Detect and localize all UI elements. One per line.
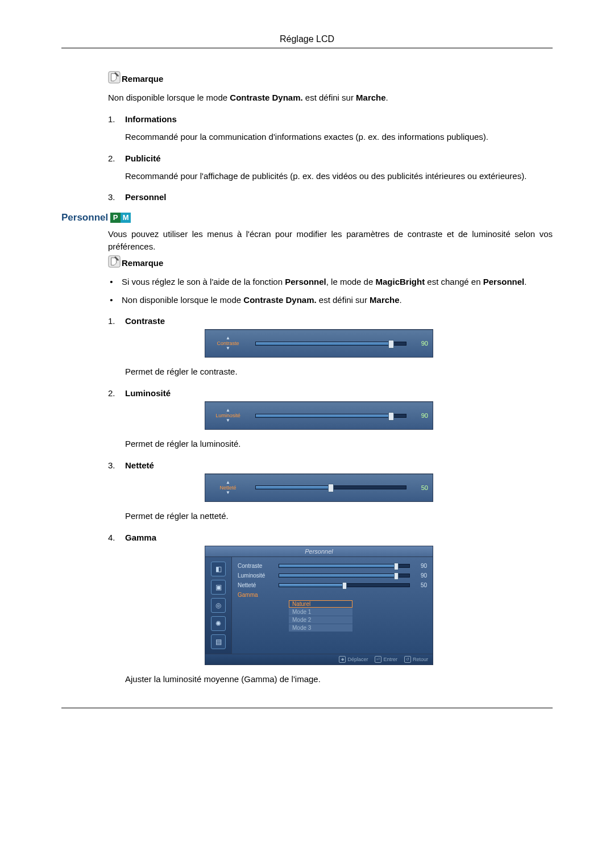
osd-menu-row-label: Gamma xyxy=(238,592,279,598)
arrow-up-icon: ▲ xyxy=(226,336,230,340)
arrow-up-icon: ▲ xyxy=(226,480,230,485)
setting-item: 1.Contraste▲Contraste▼90Permet de régler… xyxy=(108,316,553,378)
page-header-title: Réglage LCD xyxy=(61,34,553,44)
osd-menu-row: Contraste90 xyxy=(238,562,427,570)
mode-list-item: 1.InformationsRecommandé pour la communi… xyxy=(108,114,553,143)
bullet-text: Si vous réglez le son à l'aide de la fon… xyxy=(122,276,526,288)
list-title: Gamma xyxy=(125,533,156,542)
badge-m-icon: M xyxy=(121,213,131,223)
list-desc: Recommandé pour l'affichage de publicité… xyxy=(125,170,553,182)
bullet-marker: • xyxy=(108,276,115,288)
gamma-option[interactable]: Mode 3 xyxy=(289,624,352,632)
osd-slider-track[interactable] xyxy=(255,342,406,346)
osd-category-icon[interactable]: ◧ xyxy=(211,562,226,576)
osd-menu-slider[interactable] xyxy=(279,574,410,578)
gamma-option[interactable]: Naturel xyxy=(289,600,352,608)
osd-menu-slider[interactable] xyxy=(279,583,410,587)
osd-menu-row-label: Luminosité xyxy=(238,572,279,579)
list-number: 1. xyxy=(108,316,118,326)
osd-menu-slider-thumb[interactable] xyxy=(394,572,399,580)
personnel-heading-text: Personnel xyxy=(61,212,108,223)
personnel-settings-list: 1.Contraste▲Contraste▼90Permet de régler… xyxy=(108,316,553,685)
osd-slider-thumb[interactable] xyxy=(388,412,394,421)
osd-menu-row-label: Netteté xyxy=(238,582,279,588)
osd-category-icon[interactable]: ▣ xyxy=(211,580,226,595)
bottom-divider xyxy=(61,708,553,708)
osd-slider-thumb[interactable] xyxy=(388,340,394,348)
mode-list-item: 3.Personnel xyxy=(108,192,553,202)
osd-slider-fill xyxy=(256,342,391,345)
osd-menu-row-label: Contraste xyxy=(238,563,279,569)
osd-menu-row: Luminosité90 xyxy=(238,571,427,580)
list-number: 4. xyxy=(108,533,118,542)
osd-slider-panel: ▲Netteté▼50 xyxy=(205,474,433,502)
osd-slider-fill xyxy=(256,486,331,489)
osd-category-icon[interactable]: ◎ xyxy=(211,598,226,613)
remarque-label: Remarque xyxy=(122,74,163,84)
osd-label-col: ▲Luminosité▼ xyxy=(205,402,251,429)
osd-menu-slider-thumb[interactable] xyxy=(342,582,347,589)
osd-label-col: ▲Netteté▼ xyxy=(205,474,251,501)
osd-slider-panel: ▲Luminosité▼90 xyxy=(205,401,433,430)
osd-slider-value: 50 xyxy=(412,484,428,491)
personnel-heading: Personnel P M xyxy=(61,212,553,223)
mode-list-item: 2.PublicitéRecommandé pour l'affichage d… xyxy=(108,153,553,182)
arrow-down-icon: ▼ xyxy=(226,491,230,495)
list-desc: Permet de régler le contraste. xyxy=(125,366,553,378)
gamma-options: NaturelMode 1Mode 2Mode 3 xyxy=(289,600,427,632)
list-number: 2. xyxy=(108,153,118,163)
osd-category-icon[interactable]: ✺ xyxy=(211,616,226,631)
footer-enter: ⏎Entrer xyxy=(375,656,397,663)
osd-slider-value: 90 xyxy=(412,412,428,419)
list-title: Netteté xyxy=(125,460,154,470)
osd-slider-panel: ▲Contraste▼90 xyxy=(205,329,433,358)
personnel-remarque-heading: Remarque xyxy=(108,255,553,268)
list-number: 2. xyxy=(108,388,118,398)
list-desc: Recommandé pour la communication d'infor… xyxy=(125,131,553,143)
bullet-item: •Si vous réglez le son à l'aide de la fo… xyxy=(108,276,553,288)
osd-menu-row-value: 50 xyxy=(414,582,427,588)
osd-menu-row: Netteté50 xyxy=(238,581,427,589)
bullet-marker: • xyxy=(108,294,115,306)
arrow-down-icon: ▼ xyxy=(226,418,230,423)
osd-menu-slider-fill xyxy=(279,564,396,567)
list-desc: Permet de régler la luminosité. xyxy=(125,438,553,450)
list-title: Contraste xyxy=(125,316,165,326)
list-title: Publicité xyxy=(125,153,161,163)
list-number: 1. xyxy=(108,114,118,124)
osd-menu-slider[interactable] xyxy=(279,564,410,568)
note-icon xyxy=(108,71,121,84)
osd-slider-value: 90 xyxy=(412,340,428,347)
osd-slider-thumb[interactable] xyxy=(328,484,334,492)
osd-slider-fill xyxy=(256,414,391,417)
osd-menu-sidebar: ◧▣◎✺▤ xyxy=(205,557,232,654)
mode-list: 1.InformationsRecommandé pour la communi… xyxy=(108,114,553,202)
osd-menu-content: Contraste90Luminosité90Netteté50GammaNat… xyxy=(232,557,433,654)
pm-badges: P M xyxy=(110,213,131,223)
personnel-intro: Vous pouvez utiliser les menus à l'écran… xyxy=(108,228,553,253)
personnel-bullets: •Si vous réglez le son à l'aide de la fo… xyxy=(108,276,553,306)
list-title: Informations xyxy=(125,114,177,124)
setting-item: 4.GammaPersonnel◧▣◎✺▤Contraste90Luminosi… xyxy=(108,533,553,686)
gamma-option[interactable]: Mode 2 xyxy=(289,616,352,624)
osd-category-icon[interactable]: ▤ xyxy=(211,634,226,649)
badge-p-icon: P xyxy=(110,213,121,223)
osd-menu-row-value: 90 xyxy=(414,572,427,579)
bullet-text: Non disponible lorsque le mode Contraste… xyxy=(122,294,402,306)
arrow-up-icon: ▲ xyxy=(226,408,230,413)
osd-label-col: ▲Contraste▼ xyxy=(205,330,251,357)
osd-track-col: 90 xyxy=(251,330,433,357)
enter-icon: ⏎ xyxy=(375,656,381,663)
osd-gamma-menu: Personnel◧▣◎✺▤Contraste90Luminosité90Net… xyxy=(205,546,433,665)
osd-menu-footer: ◆Déplacer⏎Entrer↺Retour xyxy=(205,654,433,665)
osd-slider-track[interactable] xyxy=(255,485,406,489)
return-icon: ↺ xyxy=(404,656,411,663)
osd-slider-track[interactable] xyxy=(255,414,406,418)
personnel-remarque-label: Remarque xyxy=(122,258,163,268)
osd-menu-slider-thumb[interactable] xyxy=(394,563,399,570)
list-desc: Ajuster la luminosité moyenne (Gamma) de… xyxy=(125,673,553,686)
gamma-option[interactable]: Mode 1 xyxy=(289,608,352,616)
arrow-down-icon: ▼ xyxy=(226,346,230,351)
move-icon: ◆ xyxy=(339,656,346,663)
footer-move: ◆Déplacer xyxy=(339,656,368,663)
